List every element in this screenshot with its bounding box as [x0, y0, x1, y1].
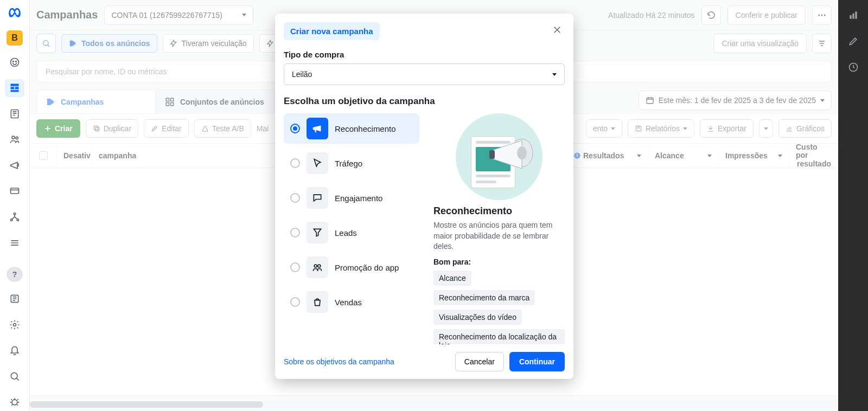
nav-news-icon[interactable]: [5, 290, 24, 308]
nav-bug-icon[interactable]: [5, 393, 24, 411]
svg-rect-4: [11, 84, 19, 86]
svg-rect-20: [852, 14, 854, 19]
close-icon[interactable]: [550, 22, 565, 37]
svg-rect-11: [11, 188, 19, 194]
tag: Alcance: [433, 271, 471, 286]
nav-ads-icon[interactable]: [5, 156, 24, 175]
modal-footer: Sobre os objetivos da campanha Cancelar …: [275, 344, 573, 379]
app-icon: [307, 256, 328, 278]
detail-desc: Mostre os anúncios para quem tem maior p…: [433, 220, 565, 252]
svg-point-1: [13, 61, 14, 62]
learn-more-link[interactable]: Sobre os objetivos da campanha: [284, 357, 394, 366]
continue-button[interactable]: Continuar: [509, 352, 565, 371]
nav-overview-icon[interactable]: [5, 53, 24, 72]
objective-app-promo[interactable]: Promoção do app: [284, 252, 419, 282]
svg-point-0: [11, 58, 19, 66]
svg-rect-19: [850, 15, 851, 19]
help-icon[interactable]: ?: [7, 267, 23, 282]
create-campaign-modal: Criar nova campanha Tipo de compra Leilã…: [275, 14, 573, 379]
cursor-icon: [307, 152, 328, 174]
right-charts-icon[interactable]: [847, 9, 860, 22]
buy-type-value: Leilão: [292, 70, 312, 79]
svg-rect-6: [15, 87, 19, 89]
svg-point-14: [17, 219, 18, 221]
svg-point-2: [16, 61, 17, 62]
svg-rect-5: [11, 87, 15, 89]
buy-type-select[interactable]: Leilão: [284, 63, 565, 85]
good-for-label: Bom para:: [433, 258, 565, 266]
modal-title: Criar nova campanha: [284, 22, 380, 40]
nav-search-icon[interactable]: [5, 367, 24, 386]
objective-sales[interactable]: Vendas: [284, 287, 419, 317]
objective-awareness[interactable]: Reconhecimento: [284, 113, 419, 144]
objective-traffic[interactable]: Tráfego: [284, 148, 419, 178]
buy-type-label: Tipo de compra: [284, 50, 565, 59]
nav-campaigns-icon[interactable]: [5, 79, 24, 98]
right-history-icon[interactable]: [847, 61, 860, 74]
svg-rect-7: [11, 90, 19, 92]
tag: Visualizações do vídeo: [433, 310, 522, 325]
tag: Reconhecimento da marca: [433, 290, 535, 305]
detail-title: Reconhecimento: [433, 206, 565, 217]
meta-logo-icon: [7, 5, 22, 21]
nav-notifications-icon[interactable]: [5, 341, 24, 359]
svg-point-17: [11, 373, 17, 379]
svg-point-38: [318, 265, 321, 267]
megaphone-icon: [307, 118, 328, 139]
svg-point-12: [14, 213, 15, 215]
objective-list: Reconhecimento Tráfego Engajamento Leads: [284, 113, 419, 344]
chevron-down-icon: [552, 73, 557, 76]
nav-billing-icon[interactable]: [5, 182, 24, 201]
tag: Reconhecimento da localização da loja: [433, 329, 565, 344]
good-for-tags: Alcance Reconhecimento da marca Visualiz…: [433, 271, 565, 344]
objective-detail: Reconhecimento Mostre os anúncios para q…: [433, 113, 565, 344]
chat-icon: [307, 187, 328, 209]
objective-leads[interactable]: Leads: [284, 217, 419, 248]
svg-point-18: [12, 400, 17, 405]
bag-icon: [307, 291, 328, 313]
svg-point-41: [517, 146, 527, 159]
nav-adslib-icon[interactable]: [5, 105, 24, 123]
svg-rect-21: [855, 11, 857, 18]
objective-engagement[interactable]: Engajamento: [284, 183, 419, 213]
nav-all-tools-icon[interactable]: [5, 234, 24, 252]
funnel-icon: [307, 222, 328, 243]
left-nav-rail: B ?: [0, 0, 30, 411]
right-rail: [838, 0, 868, 411]
radio-icon: [290, 124, 300, 133]
account-badge[interactable]: B: [7, 30, 23, 46]
svg-point-16: [14, 323, 16, 326]
right-edit-icon[interactable]: [847, 35, 860, 48]
cancel-button[interactable]: Cancelar: [455, 352, 504, 371]
awareness-illustration: [456, 113, 542, 200]
nav-settings-icon[interactable]: [5, 316, 24, 334]
svg-point-9: [12, 137, 15, 139]
svg-point-37: [314, 265, 317, 267]
nav-structure-icon[interactable]: [5, 208, 24, 226]
svg-point-13: [11, 219, 12, 221]
svg-rect-40: [489, 150, 495, 159]
nav-audience-icon[interactable]: [5, 131, 24, 149]
svg-point-10: [16, 137, 18, 139]
objective-heading: Escolha um objetivo da campanha: [284, 96, 565, 107]
